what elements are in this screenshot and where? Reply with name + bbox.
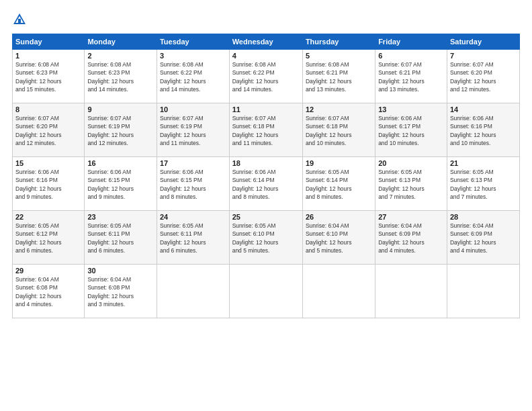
logo-icon: [12, 12, 27, 27]
day-cell: 3 Sunrise: 6:08 AMSunset: 6:22 PMDayligh…: [157, 50, 229, 103]
day-info: Sunrise: 6:07 AMSunset: 6:20 PMDaylight:…: [15, 115, 62, 146]
day-number: 30: [87, 267, 154, 275]
day-cell: 2 Sunrise: 6:08 AMSunset: 6:23 PMDayligh…: [85, 50, 157, 103]
day-info: Sunrise: 6:07 AMSunset: 6:18 PMDaylight:…: [306, 115, 352, 146]
day-cell: 27 Sunrise: 6:04 AMSunset: 6:09 PMDaylig…: [375, 211, 447, 265]
day-number: 7: [450, 52, 517, 60]
day-number: 11: [232, 105, 300, 113]
day-info: Sunrise: 6:05 AMSunset: 6:11 PMDaylight:…: [87, 222, 134, 254]
header-monday: Monday: [85, 34, 157, 50]
day-cell: 24 Sunrise: 6:05 AMSunset: 6:11 PMDaylig…: [157, 211, 229, 265]
day-info: Sunrise: 6:08 AMSunset: 6:22 PMDaylight:…: [232, 61, 279, 93]
day-number: 15: [15, 159, 81, 167]
day-cell: [447, 265, 519, 318]
day-cell: 17 Sunrise: 6:06 AMSunset: 6:15 PMDaylig…: [157, 157, 229, 211]
day-number: 14: [450, 105, 517, 113]
day-info: Sunrise: 6:04 AMSunset: 6:09 PMDaylight:…: [450, 222, 496, 254]
logo: [12, 12, 29, 27]
day-cell: 26 Sunrise: 6:04 AMSunset: 6:10 PMDaylig…: [302, 211, 375, 265]
day-info: Sunrise: 6:07 AMSunset: 6:18 PMDaylight:…: [232, 115, 279, 146]
calendar: SundayMondayTuesdayWednesdayThursdayFrid…: [12, 34, 520, 318]
day-cell: 15 Sunrise: 6:06 AMSunset: 6:16 PMDaylig…: [13, 157, 85, 211]
day-number: 5: [306, 52, 372, 60]
day-info: Sunrise: 6:07 AMSunset: 6:19 PMDaylight:…: [160, 115, 206, 146]
day-number: 2: [87, 52, 154, 60]
day-info: Sunrise: 6:04 AMSunset: 6:10 PMDaylight:…: [306, 222, 352, 254]
day-number: 28: [450, 213, 517, 221]
day-cell: 7 Sunrise: 6:07 AMSunset: 6:20 PMDayligh…: [447, 50, 519, 103]
day-info: Sunrise: 6:04 AMSunset: 6:08 PMDaylight:…: [87, 276, 134, 308]
day-cell: [229, 265, 302, 318]
day-info: Sunrise: 6:06 AMSunset: 6:15 PMDaylight:…: [160, 169, 206, 200]
week-row-1: 1 Sunrise: 6:08 AMSunset: 6:23 PMDayligh…: [13, 50, 520, 103]
day-number: 1: [15, 52, 81, 60]
day-info: Sunrise: 6:08 AMSunset: 6:21 PMDaylight:…: [306, 61, 352, 93]
day-info: Sunrise: 6:06 AMSunset: 6:15 PMDaylight:…: [87, 169, 134, 200]
day-number: 24: [160, 213, 226, 221]
day-cell: 25 Sunrise: 6:05 AMSunset: 6:10 PMDaylig…: [229, 211, 302, 265]
day-info: Sunrise: 6:08 AMSunset: 6:23 PMDaylight:…: [87, 61, 134, 93]
day-number: 20: [378, 159, 444, 167]
day-info: Sunrise: 6:04 AMSunset: 6:09 PMDaylight:…: [378, 222, 425, 254]
day-number: 6: [378, 52, 444, 60]
day-cell: 23 Sunrise: 6:05 AMSunset: 6:11 PMDaylig…: [85, 211, 157, 265]
day-cell: 1 Sunrise: 6:08 AMSunset: 6:23 PMDayligh…: [13, 50, 85, 103]
day-number: 12: [306, 105, 372, 113]
header-friday: Friday: [375, 34, 447, 50]
day-number: 8: [15, 105, 81, 113]
day-number: 23: [87, 213, 154, 221]
day-info: Sunrise: 6:07 AMSunset: 6:21 PMDaylight:…: [378, 61, 425, 93]
day-info: Sunrise: 6:04 AMSunset: 6:08 PMDaylight:…: [15, 276, 62, 308]
week-row-4: 22 Sunrise: 6:05 AMSunset: 6:12 PMDaylig…: [13, 211, 520, 265]
day-number: 29: [15, 267, 81, 275]
day-number: 4: [232, 52, 300, 60]
day-info: Sunrise: 6:08 AMSunset: 6:23 PMDaylight:…: [15, 61, 62, 93]
day-cell: 16 Sunrise: 6:06 AMSunset: 6:15 PMDaylig…: [85, 157, 157, 211]
day-cell: 13 Sunrise: 6:06 AMSunset: 6:17 PMDaylig…: [375, 103, 447, 157]
day-cell: 6 Sunrise: 6:07 AMSunset: 6:21 PMDayligh…: [375, 50, 447, 103]
week-row-5: 29 Sunrise: 6:04 AMSunset: 6:08 PMDaylig…: [13, 265, 520, 318]
week-row-3: 15 Sunrise: 6:06 AMSunset: 6:16 PMDaylig…: [13, 157, 520, 211]
day-info: Sunrise: 6:06 AMSunset: 6:17 PMDaylight:…: [378, 115, 425, 146]
day-info: Sunrise: 6:06 AMSunset: 6:14 PMDaylight:…: [232, 169, 279, 200]
header-wednesday: Wednesday: [229, 34, 302, 50]
day-cell: 22 Sunrise: 6:05 AMSunset: 6:12 PMDaylig…: [13, 211, 85, 265]
day-number: 3: [160, 52, 226, 60]
day-cell: [157, 265, 229, 318]
day-number: 10: [160, 105, 226, 113]
day-number: 21: [450, 159, 517, 167]
page: SundayMondayTuesdayWednesdayThursdayFrid…: [0, 0, 532, 411]
day-cell: [375, 265, 447, 318]
day-cell: 30 Sunrise: 6:04 AMSunset: 6:08 PMDaylig…: [85, 265, 157, 318]
day-cell: [302, 265, 375, 318]
day-info: Sunrise: 6:05 AMSunset: 6:13 PMDaylight:…: [450, 169, 496, 200]
header-tuesday: Tuesday: [157, 34, 229, 50]
day-info: Sunrise: 6:05 AMSunset: 6:11 PMDaylight:…: [160, 222, 206, 254]
day-cell: 10 Sunrise: 6:07 AMSunset: 6:19 PMDaylig…: [157, 103, 229, 157]
day-cell: 20 Sunrise: 6:05 AMSunset: 6:13 PMDaylig…: [375, 157, 447, 211]
day-info: Sunrise: 6:08 AMSunset: 6:22 PMDaylight:…: [160, 61, 206, 93]
day-cell: 5 Sunrise: 6:08 AMSunset: 6:21 PMDayligh…: [302, 50, 375, 103]
day-number: 17: [160, 159, 226, 167]
day-number: 25: [232, 213, 300, 221]
header-row: SundayMondayTuesdayWednesdayThursdayFrid…: [13, 34, 520, 50]
day-info: Sunrise: 6:05 AMSunset: 6:14 PMDaylight:…: [306, 169, 352, 200]
day-info: Sunrise: 6:05 AMSunset: 6:13 PMDaylight:…: [378, 169, 425, 200]
day-cell: 21 Sunrise: 6:05 AMSunset: 6:13 PMDaylig…: [447, 157, 519, 211]
day-cell: 14 Sunrise: 6:06 AMSunset: 6:16 PMDaylig…: [447, 103, 519, 157]
day-info: Sunrise: 6:06 AMSunset: 6:16 PMDaylight:…: [450, 115, 496, 146]
day-info: Sunrise: 6:07 AMSunset: 6:19 PMDaylight:…: [87, 115, 134, 146]
day-number: 26: [306, 213, 372, 221]
day-number: 19: [306, 159, 372, 167]
day-cell: 4 Sunrise: 6:08 AMSunset: 6:22 PMDayligh…: [229, 50, 302, 103]
day-number: 13: [378, 105, 444, 113]
day-info: Sunrise: 6:05 AMSunset: 6:12 PMDaylight:…: [15, 222, 62, 254]
svg-rect-2: [18, 19, 21, 23]
day-number: 18: [232, 159, 300, 167]
day-cell: 8 Sunrise: 6:07 AMSunset: 6:20 PMDayligh…: [13, 103, 85, 157]
header-thursday: Thursday: [302, 34, 375, 50]
day-cell: 9 Sunrise: 6:07 AMSunset: 6:19 PMDayligh…: [85, 103, 157, 157]
day-cell: 11 Sunrise: 6:07 AMSunset: 6:18 PMDaylig…: [229, 103, 302, 157]
day-cell: 28 Sunrise: 6:04 AMSunset: 6:09 PMDaylig…: [447, 211, 519, 265]
day-cell: 29 Sunrise: 6:04 AMSunset: 6:08 PMDaylig…: [13, 265, 85, 318]
